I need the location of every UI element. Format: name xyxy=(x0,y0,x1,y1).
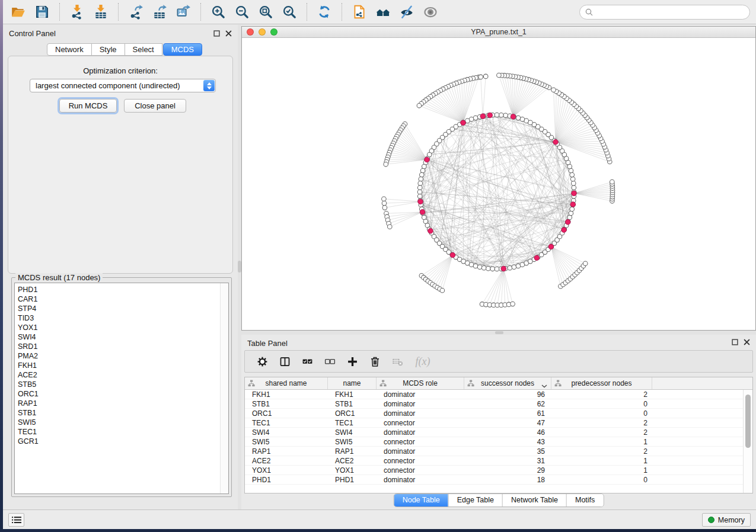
dominator-node[interactable] xyxy=(487,113,493,118)
float-table-panel-icon[interactable] xyxy=(731,338,738,345)
unselect-all-button[interactable] xyxy=(318,352,341,370)
select-all-button[interactable] xyxy=(296,352,318,370)
list-item[interactable]: STB1 xyxy=(18,408,228,418)
list-item[interactable]: STP4 xyxy=(18,304,228,313)
column-header-name[interactable]: name xyxy=(328,377,377,389)
open-session-button[interactable] xyxy=(7,2,30,22)
tab-network-table[interactable]: Network Table xyxy=(502,494,566,507)
network-node[interactable] xyxy=(571,181,576,186)
network-canvas[interactable] xyxy=(242,38,755,330)
network-node[interactable] xyxy=(417,104,422,108)
network-node[interactable] xyxy=(417,194,422,199)
dominator-node[interactable] xyxy=(450,252,455,258)
dominator-node[interactable] xyxy=(511,114,516,120)
network-node[interactable] xyxy=(382,197,387,201)
export-image-button[interactable] xyxy=(171,2,195,22)
tab-select[interactable]: Select xyxy=(125,43,162,56)
list-item[interactable]: SWI5 xyxy=(18,418,228,427)
list-item[interactable]: TID3 xyxy=(18,313,228,323)
network-node[interactable] xyxy=(418,181,423,186)
network-node[interactable] xyxy=(570,207,575,211)
network-node[interactable] xyxy=(382,201,387,206)
list-item[interactable]: ORC1 xyxy=(18,389,228,399)
network-node[interactable] xyxy=(384,162,388,167)
close-panel-icon[interactable] xyxy=(225,30,232,37)
network-node[interactable] xyxy=(440,288,445,293)
table-row[interactable]: SWI5SWI5connector431 xyxy=(245,437,752,447)
import-network-button[interactable] xyxy=(65,2,89,22)
export-network-button[interactable] xyxy=(124,2,148,22)
zoom-selected-button[interactable] xyxy=(277,2,301,22)
table-row[interactable]: ORC1ORC1dominator610 xyxy=(245,409,752,418)
dominator-node[interactable] xyxy=(548,244,554,249)
settings-button[interactable] xyxy=(251,352,273,370)
network-node[interactable] xyxy=(417,185,422,190)
network-node[interactable] xyxy=(388,225,393,229)
show-graphics-details-button[interactable] xyxy=(419,2,442,22)
list-item[interactable]: SWI4 xyxy=(18,332,228,342)
mcds-result-list[interactable]: PHD1CAR1STP4TID3YOX1SWI4SRD1PMA2FKH1ACE2… xyxy=(14,283,229,494)
list-item[interactable]: TEC1 xyxy=(18,427,228,437)
close-table-panel-icon[interactable] xyxy=(743,338,750,345)
table-row[interactable]: FKH1FKH1dominator962 xyxy=(245,390,752,399)
list-item[interactable]: CAR1 xyxy=(18,294,228,304)
optimization-criterion-select[interactable]: largest connected component (undirected) xyxy=(30,79,216,92)
memory-button[interactable]: Memory xyxy=(702,513,751,527)
tab-mcds[interactable]: MCDS xyxy=(163,43,202,56)
hide-graphics-details-button[interactable] xyxy=(395,2,419,22)
network-node[interactable] xyxy=(495,113,499,117)
horizontal-splitter[interactable] xyxy=(241,331,756,335)
network-node[interactable] xyxy=(483,74,488,79)
network-node[interactable] xyxy=(382,206,387,210)
table-scrollbar-thumb[interactable] xyxy=(745,395,751,448)
column-header-successor-nodes[interactable]: successor nodes xyxy=(464,377,551,389)
table-row[interactable]: TEC1TEC1connector472 xyxy=(245,418,752,428)
dominator-node[interactable] xyxy=(418,199,423,204)
search-box[interactable] xyxy=(579,5,750,20)
network-node[interactable] xyxy=(420,172,425,177)
float-panel-icon[interactable] xyxy=(213,30,220,37)
list-item[interactable]: YOX1 xyxy=(18,323,228,332)
delete-table-button[interactable] xyxy=(386,352,409,370)
zoom-out-button[interactable] xyxy=(230,2,254,22)
network-node[interactable] xyxy=(570,172,575,177)
network-node[interactable] xyxy=(479,75,483,79)
network-node[interactable] xyxy=(572,185,576,190)
network-node[interactable] xyxy=(490,267,495,271)
network-node[interactable] xyxy=(486,266,491,271)
network-node[interactable] xyxy=(516,116,521,120)
list-item[interactable]: PMA2 xyxy=(18,351,228,361)
network-window-titlebar[interactable]: YPA_prune.txt_1 xyxy=(242,27,755,38)
function-builder-button[interactable]: f(x) xyxy=(409,352,437,370)
table-row[interactable]: SWI4SWI4dominator462 xyxy=(245,428,752,437)
dominator-node[interactable] xyxy=(572,191,577,196)
column-header-MCDS-role[interactable]: MCDS role xyxy=(377,377,464,389)
add-column-button[interactable] xyxy=(341,352,363,370)
refresh-button[interactable] xyxy=(312,2,336,22)
homes-button[interactable] xyxy=(371,2,395,22)
search-input[interactable] xyxy=(596,8,745,16)
table-row[interactable]: STB1STB1dominator620 xyxy=(245,399,752,409)
export-table-button[interactable] xyxy=(148,2,171,22)
list-item[interactable]: GCR1 xyxy=(18,437,228,446)
dominator-node[interactable] xyxy=(570,202,576,207)
network-node[interactable] xyxy=(569,211,573,216)
network-node[interactable] xyxy=(417,190,422,194)
table-row[interactable]: YOX1YOX1connector291 xyxy=(245,466,752,475)
tab-motifs[interactable]: Motifs xyxy=(566,494,603,507)
tab-network[interactable]: Network xyxy=(47,43,92,56)
network-from-file-button[interactable] xyxy=(347,2,371,22)
import-table-button[interactable] xyxy=(89,2,113,22)
network-node[interactable] xyxy=(551,88,556,92)
network-node[interactable] xyxy=(473,264,478,268)
dominator-node[interactable] xyxy=(501,266,506,271)
network-node[interactable] xyxy=(503,113,508,118)
dominator-node[interactable] xyxy=(565,220,570,225)
close-panel-button[interactable]: Close panel xyxy=(124,99,186,113)
dominator-node[interactable] xyxy=(461,120,466,126)
network-node[interactable] xyxy=(511,302,515,306)
network-node[interactable] xyxy=(508,265,512,270)
list-item[interactable]: PHD1 xyxy=(18,285,228,294)
network-node[interactable] xyxy=(570,177,575,181)
list-item[interactable]: FKH1 xyxy=(18,361,228,370)
